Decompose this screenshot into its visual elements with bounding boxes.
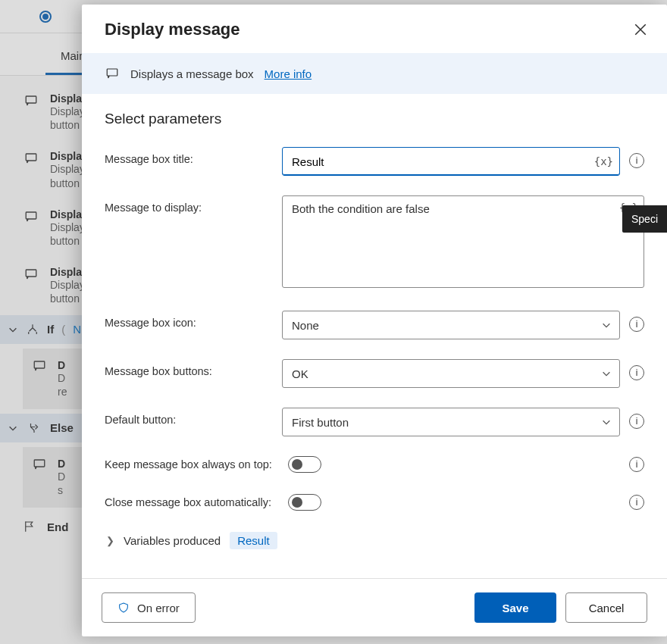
insert-variable-icon[interactable]: {x}	[594, 155, 613, 167]
close-icon[interactable]	[634, 23, 647, 36]
dialog-info-strip: Displays a message box More info	[82, 53, 667, 94]
more-info-link[interactable]: More info	[265, 67, 312, 80]
info-icon[interactable]: i	[629, 153, 644, 168]
variables-produced-row[interactable]: ❯ Variables produced Result	[106, 532, 644, 549]
svg-rect-6	[107, 69, 117, 76]
select-value: First button	[292, 416, 349, 429]
variables-produced-label: Variables produced	[124, 534, 221, 547]
chevron-right-icon[interactable]: ❯	[106, 535, 114, 546]
info-icon[interactable]: i	[629, 457, 644, 472]
message-box-title-input[interactable]: {x}	[282, 147, 620, 176]
info-icon[interactable]: i	[629, 414, 644, 429]
info-icon[interactable]: i	[629, 495, 644, 510]
default-button-select[interactable]: First button	[282, 408, 620, 436]
chevron-down-icon	[601, 417, 612, 427]
select-value: None	[292, 319, 319, 332]
message-box-buttons-select[interactable]: OK	[282, 359, 620, 388]
message-box-icon-select[interactable]: None	[282, 311, 620, 339]
label-default-button: Default button:	[105, 408, 273, 426]
label-always-on-top: Keep message box always on top:	[105, 458, 273, 470]
dialog-body: Select parameters Message box title: {x}…	[82, 94, 667, 578]
message-box-title-field[interactable]	[292, 148, 589, 175]
cancel-button[interactable]: Cancel	[565, 592, 647, 623]
dialog-footer: On error Save Cancel	[82, 578, 667, 636]
save-button[interactable]: Save	[474, 592, 556, 623]
label-message-to-display: Message to display:	[105, 195, 273, 214]
label-auto-close: Close message box automatically:	[105, 496, 273, 508]
message-icon	[105, 67, 120, 80]
chevron-down-icon	[601, 320, 612, 330]
section-heading: Select parameters	[105, 111, 644, 127]
dialog-header: Display message	[82, 5, 667, 53]
label-message-box-buttons: Message box buttons:	[105, 359, 273, 377]
info-icon[interactable]: i	[629, 317, 644, 332]
info-icon[interactable]: i	[629, 365, 644, 380]
select-value: OK	[292, 367, 308, 380]
always-on-top-toggle[interactable]	[288, 456, 321, 473]
label-message-box-title: Message box title:	[105, 147, 273, 165]
display-message-dialog: Display message Displays a message box M…	[82, 5, 667, 636]
info-text: Displays a message box	[130, 67, 254, 80]
variable-pill[interactable]: Result	[230, 532, 277, 549]
chevron-down-icon	[601, 368, 612, 379]
label-message-box-icon: Message box icon:	[105, 311, 273, 329]
on-error-button[interactable]: On error	[102, 592, 196, 623]
auto-close-toggle[interactable]	[288, 494, 321, 511]
tooltip-hint: Speci	[622, 205, 667, 233]
message-to-display-input[interactable]	[282, 195, 644, 288]
shield-icon	[117, 601, 130, 614]
dialog-title: Display message	[105, 20, 240, 39]
